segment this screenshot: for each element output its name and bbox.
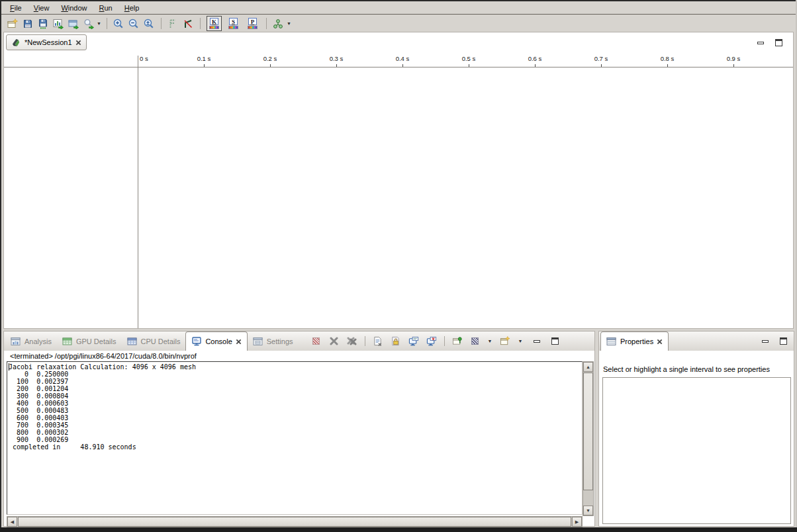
show-timeline-button[interactable]: [50, 17, 66, 31]
tab-label: GPU Details: [76, 337, 117, 345]
menu-window[interactable]: Window: [55, 3, 93, 13]
profile-from-start-button[interactable]: [165, 17, 181, 31]
tab-gpu-details[interactable]: GPU Details: [57, 332, 122, 350]
console-vertical-scrollbar[interactable]: ▲ ▼: [583, 361, 594, 516]
ruler-tick: [402, 64, 403, 67]
properties-panel: Properties Select or highlight a single …: [598, 331, 794, 527]
tab-analysis[interactable]: Analysis: [5, 332, 57, 350]
console-output-box[interactable]: Jacobi relaxation Calculation: 4096 x 40…: [7, 361, 583, 515]
properties-window-buttons: [760, 337, 788, 345]
menu-file[interactable]: File: [4, 3, 28, 13]
call-tree-button[interactable]: [271, 17, 286, 31]
zoom-fit-icon: [144, 19, 154, 29]
console-icon: [191, 336, 202, 347]
scrollbar-thumb[interactable]: [583, 373, 593, 490]
kernel-view-button[interactable]: K: [207, 16, 222, 31]
terminate-button[interactable]: [310, 335, 322, 347]
show-stdout-button[interactable]: [408, 335, 420, 347]
console-line: 600 0.000403: [9, 414, 582, 421]
scroll-up-button[interactable]: ▲: [583, 362, 593, 372]
process-view-button[interactable]: P: [245, 16, 260, 31]
remove-launch-button[interactable]: [328, 335, 340, 347]
stream-view-button[interactable]: S: [226, 16, 241, 31]
pin-console-button[interactable]: [451, 335, 463, 347]
scroll-right-button[interactable]: ▶: [572, 517, 582, 527]
ruler-tick: [204, 64, 205, 67]
minimize-button[interactable]: [760, 337, 770, 345]
menu-bar: File View Window Run Help: [1, 1, 796, 15]
menu-view[interactable]: View: [28, 3, 56, 13]
open-console-button[interactable]: [499, 335, 511, 347]
remove-icon: [330, 337, 338, 345]
session-tab[interactable]: *NewSession1: [6, 34, 87, 50]
ruler-tick: [535, 64, 536, 67]
tree-icon: [273, 19, 283, 29]
call-tree-dropdown[interactable]: ▼: [287, 21, 291, 26]
run-analysis-button[interactable]: [81, 17, 96, 31]
ruler-tick-label: 0.8 s: [661, 55, 675, 62]
zoom-fit-button[interactable]: [142, 17, 157, 31]
toolbar-separator: [365, 336, 365, 346]
window-arrow-icon: [68, 19, 79, 29]
console-line: 500 0.000483: [9, 407, 582, 414]
save-button[interactable]: [20, 17, 35, 31]
timeline-ruler[interactable]: 0 s 0.1 s 0.2 s 0.3 s 0.4 s 0.5 s 0.6 s …: [4, 53, 793, 67]
clear-console-button[interactable]: [372, 335, 384, 347]
properties-content-box: [602, 377, 791, 524]
maximize-button[interactable]: [778, 337, 788, 345]
ruler-tick-label: 0.1 s: [197, 55, 211, 62]
timeline-row-labels[interactable]: [4, 68, 138, 328]
show-summary-button[interactable]: [66, 17, 81, 31]
zoom-out-icon: [128, 19, 139, 29]
reset-view-button[interactable]: [181, 17, 196, 31]
toolbar-separator: [444, 336, 445, 346]
scroll-down-button[interactable]: ▼: [583, 506, 593, 515]
tab-console[interactable]: Console: [185, 332, 247, 351]
save-as-button[interactable]: [35, 17, 50, 31]
menu-help[interactable]: Help: [118, 3, 146, 13]
new-session-button[interactable]: [5, 17, 20, 31]
console-line: 200 0.001204: [9, 385, 582, 392]
close-icon[interactable]: [75, 40, 81, 46]
window-frame-bottom: [0, 527, 797, 532]
maximize-button[interactable]: [550, 337, 560, 345]
console-toolbar: ▼ ▼: [310, 335, 524, 347]
editor-window-buttons: [755, 38, 784, 47]
show-stderr-button[interactable]: [426, 335, 438, 347]
timeline-canvas[interactable]: [138, 68, 793, 328]
minimize-button[interactable]: [755, 38, 765, 47]
menu-run[interactable]: Run: [93, 3, 118, 13]
ruler-tick: [469, 64, 469, 67]
ruler-tick-label: 0.5 s: [462, 55, 476, 62]
ruler-tick-label: 0.2 s: [263, 55, 277, 62]
scroll-lock-button[interactable]: [390, 335, 402, 347]
zoom-in-button[interactable]: [111, 17, 126, 31]
minimize-button[interactable]: [532, 337, 541, 345]
lock-icon: [391, 336, 400, 346]
close-icon[interactable]: [657, 339, 663, 345]
console-horizontal-scrollbar[interactable]: ◀ ▶: [7, 516, 583, 527]
run-analysis-dropdown[interactable]: ▼: [97, 21, 101, 26]
zoom-out-button[interactable]: [126, 17, 142, 31]
terminate-icon: [312, 337, 320, 345]
close-icon[interactable]: [236, 339, 242, 345]
tab-settings[interactable]: Settings: [248, 332, 299, 350]
tab-label: Analysis: [24, 337, 52, 345]
maximize-button[interactable]: [774, 38, 784, 47]
clear-console-icon: [373, 336, 383, 346]
tab-properties[interactable]: Properties: [600, 332, 669, 351]
nvvp-window: { "window": { "menu_items": [ { "label":…: [0, 0, 797, 532]
open-console-dropdown[interactable]: ▼: [518, 339, 522, 343]
tab-cpu-details[interactable]: CPU Details: [122, 332, 186, 350]
ruler-tick: [270, 64, 271, 67]
console-line: 100 0.002397: [9, 378, 582, 385]
display-console-dropdown[interactable]: ▼: [488, 339, 492, 343]
scroll-left-button[interactable]: ◀: [7, 517, 17, 527]
remove-all-terminated-button[interactable]: [346, 335, 358, 347]
open-console-icon: [500, 336, 510, 346]
console-line: 400 0.000603: [9, 400, 582, 407]
session-tab-label: *NewSession1: [24, 38, 72, 46]
console-line: 700 0.000345: [9, 421, 582, 429]
display-selected-console-button[interactable]: [469, 335, 481, 347]
scrollbar-thumb[interactable]: [18, 517, 571, 527]
